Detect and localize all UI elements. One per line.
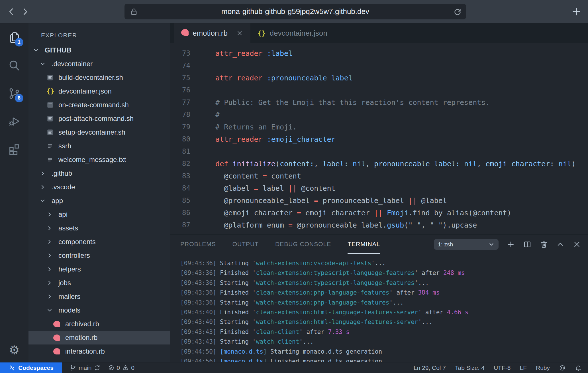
eol-indicator[interactable]: LF — [520, 364, 527, 371]
activity-source-control-button[interactable]: 8 — [7, 87, 21, 100]
editor-tab-emotion-rb[interactable]: emotion.rb — [174, 23, 250, 43]
tree-item-emotion-rb[interactable]: emotion.rb — [28, 331, 170, 344]
tree-item-interaction-rb[interactable]: interaction.rb — [28, 344, 170, 358]
text-file-icon — [46, 142, 56, 150]
code-line-82: 82 def initialize(content:, label: nil, … — [170, 158, 588, 170]
tree-item-jobs[interactable]: jobs — [28, 276, 170, 290]
maximize-panel-button[interactable] — [556, 240, 565, 249]
feedback-smiley-icon[interactable] — [559, 364, 566, 371]
activity-search-button[interactable] — [7, 59, 21, 72]
warnings-icon — [122, 364, 129, 371]
terminal-line: [09:43:36] Finished 'clean-extension:typ… — [180, 268, 588, 278]
terminal-shell-select[interactable]: 1: zsh — [434, 239, 499, 250]
code-line-85: 85 @pronounceable_label = pronounceable_… — [170, 194, 588, 207]
tree-item-setup-devcontainer-sh[interactable]: setup-devcontainer.sh — [28, 125, 170, 139]
tab-size-indicator[interactable]: Tab Size: 4 — [455, 364, 485, 371]
panel-tab-terminal[interactable]: TERMINAL — [348, 235, 380, 254]
shell-file-icon — [46, 129, 56, 136]
close-panel-button[interactable] — [573, 240, 581, 249]
tree-item-controllers[interactable]: controllers — [28, 249, 170, 262]
ruby-file-icon — [53, 348, 60, 354]
codespaces-remote-button[interactable]: Codespaces — [0, 362, 62, 373]
tree-item-vscode[interactable]: .vscode — [28, 180, 170, 194]
terminal-line: [09:44:50] [monaco.d.ts] Starting monaco… — [180, 347, 588, 356]
code-editor[interactable]: 73 attr_reader :label7475 attr_reader :p… — [170, 43, 588, 234]
tree-item-welcome-message-txt[interactable]: welcome_message.txt — [28, 153, 170, 167]
chevron-down-icon — [46, 307, 53, 313]
terminal-line: [09:43:43] Finished 'clean-client' after… — [180, 327, 588, 337]
tree-item-ssrh[interactable]: ssrh — [28, 139, 170, 153]
tree-item-models[interactable]: models — [28, 303, 170, 317]
activity-explorer-button[interactable]: 1 — [7, 31, 21, 44]
terminal-output[interactable]: [09:43:36] Starting 'watch-extension:vsc… — [170, 254, 588, 363]
tree-item-github[interactable]: .github — [28, 167, 170, 180]
activity-run-debug-button[interactable] — [7, 115, 21, 128]
tree-item-api[interactable]: api — [28, 208, 170, 221]
tree-item-post-attach-command-sh[interactable]: post-attach-command.sh — [28, 112, 170, 125]
language-mode-indicator[interactable]: Ruby — [536, 364, 550, 371]
code-text: @content = content — [207, 170, 301, 182]
tree-item-label: on-create-command.sh — [58, 101, 129, 109]
line-number: 85 — [170, 194, 190, 207]
tree-item-label: assets — [58, 224, 78, 232]
tree-item-github[interactable]: GITHUB — [28, 43, 170, 57]
tree-item-label: .devcontainer — [52, 60, 93, 68]
branch-indicator[interactable]: main — [70, 364, 101, 371]
shell-file-icon — [46, 74, 54, 81]
tree-item-on-create-command-sh[interactable]: on-create-command.sh — [28, 98, 170, 112]
split-terminal-button[interactable] — [523, 240, 532, 249]
problems-indicator[interactable]: 0 0 — [108, 364, 134, 371]
tree-item-app[interactable]: app — [28, 194, 170, 208]
new-tab-button[interactable] — [570, 5, 583, 18]
line-number: 87 — [170, 219, 190, 231]
address-bar[interactable]: mona-github-github-g59jpq2w5w7.github.de… — [124, 4, 466, 19]
activity-extensions-button[interactable] — [7, 143, 21, 156]
new-terminal-button[interactable] — [507, 240, 515, 249]
code-text: def initialize(content:, label: nil, pro… — [207, 158, 576, 170]
chevron-down-icon — [40, 61, 49, 67]
split-icon — [523, 240, 532, 249]
chevron-right-icon — [40, 184, 49, 190]
encoding-indicator[interactable]: UTF-8 — [494, 364, 511, 371]
settings-gear-icon[interactable]: ⚙ — [0, 343, 28, 357]
warning-count: 0 — [131, 364, 134, 371]
code-text: attr_reader :pronounceable_label — [207, 72, 353, 84]
tree-item-build-devcontainer-sh[interactable]: build-devcontainer.sh — [28, 71, 170, 84]
explorer-badge: 1 — [15, 38, 23, 46]
code-line-88: 88 — [170, 231, 588, 234]
tree-item-assets[interactable]: assets — [28, 221, 170, 235]
kill-terminal-button[interactable] — [540, 240, 548, 249]
tree-item-label: ssrh — [58, 142, 71, 150]
code-line-78: 78 # — [170, 109, 588, 121]
chevron-right-icon — [46, 266, 56, 272]
tree-item-mailers[interactable]: mailers — [28, 290, 170, 303]
code-line-87: 87 @platform_enum = @pronounceable_label… — [170, 219, 588, 231]
ruby-file-icon — [53, 335, 60, 341]
tab-close-button[interactable] — [236, 30, 243, 37]
browser-back-button[interactable] — [5, 5, 18, 18]
refresh-icon[interactable] — [453, 7, 462, 16]
tab-label: emotion.rb — [193, 29, 228, 38]
browser-forward-button[interactable] — [19, 5, 31, 18]
plus-icon — [571, 7, 581, 17]
panel-tab-debug-console[interactable]: DEBUG CONSOLE — [275, 235, 331, 254]
chevron-right-icon — [46, 266, 53, 272]
chevron-right-icon — [46, 211, 56, 218]
tree-item-archived-rb[interactable]: archived.rb — [28, 317, 170, 331]
chevron-right-icon — [40, 170, 49, 177]
panel-tab-problems[interactable]: PROBLEMS — [180, 235, 216, 254]
tree-item-devcontainer[interactable]: .devcontainer — [28, 57, 170, 71]
code-text: # Public: Get the Emoji that this reacti… — [207, 96, 490, 109]
notifications-bell-icon[interactable] — [575, 364, 582, 371]
terminal-line: [09:43:40] Starting 'watch-extension:htm… — [180, 317, 588, 327]
tree-item-helpers[interactable]: helpers — [28, 262, 170, 276]
terminal-line: [09:43:36] Starting 'watch-extension:php… — [180, 298, 588, 307]
panel-tab-output[interactable]: OUTPUT — [232, 235, 259, 254]
editor-tab-devcontainer-json[interactable]: {}devcontainer.json — [250, 23, 335, 43]
tree-item-components[interactable]: components — [28, 235, 170, 249]
ruby-file-icon — [53, 348, 63, 354]
cursor-position[interactable]: Ln 29, Col 7 — [414, 364, 446, 371]
tree-item-devcontainer-json[interactable]: {}devcontainer.json — [28, 84, 170, 98]
chevron-down-icon — [488, 241, 495, 248]
chevron-down-icon — [33, 47, 42, 53]
